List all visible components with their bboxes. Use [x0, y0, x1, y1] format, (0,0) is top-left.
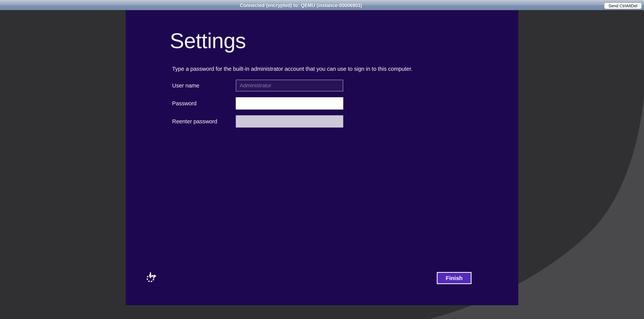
- connection-title: Connected (encrypted) to: QEMU (instance…: [0, 1, 602, 10]
- ease-of-access-icon: [146, 272, 157, 283]
- reenter-password-input[interactable]: [236, 115, 343, 128]
- console-backdrop: Settings Type a password for the built-i…: [0, 10, 644, 319]
- viewer-titlebar: Connected (encrypted) to: QEMU (instance…: [0, 1, 644, 10]
- finish-button[interactable]: Finish: [437, 272, 472, 284]
- username-input: [236, 80, 343, 92]
- page-title: Settings: [170, 28, 246, 54]
- password-input[interactable]: [236, 97, 343, 110]
- vnc-viewer-window: Connected (encrypted) to: QEMU (instance…: [0, 0, 644, 319]
- send-ctrl-alt-del-button[interactable]: Send CtrlAltDel: [604, 3, 642, 9]
- vm-screen[interactable]: Settings Type a password for the built-i…: [126, 10, 518, 305]
- ease-of-access-button[interactable]: [146, 272, 157, 283]
- password-row: Password: [172, 97, 471, 110]
- username-label: User name: [172, 80, 199, 92]
- reenter-password-row: Reenter password: [172, 115, 471, 128]
- username-row: User name: [172, 80, 471, 92]
- instruction-text: Type a password for the built-in adminis…: [172, 66, 412, 72]
- reenter-password-label: Reenter password: [172, 115, 217, 128]
- password-label: Password: [172, 97, 196, 110]
